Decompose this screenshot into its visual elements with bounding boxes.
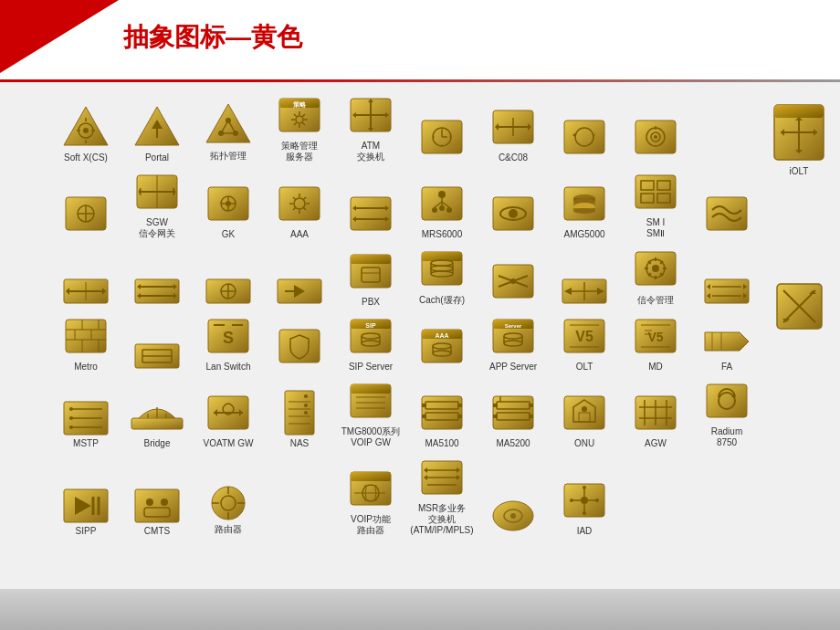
sip-server-icon: SIP <box>347 312 394 360</box>
bottom-strip <box>0 589 840 630</box>
icon-iolt: iOLT <box>772 100 826 176</box>
lan-switch-label: Lan Switch <box>206 362 251 372</box>
page-title: 抽象图标—黄色 <box>123 20 302 55</box>
ling-mgmt-icon <box>632 245 679 292</box>
arrows-circle-icon <box>561 113 608 161</box>
svg-rect-168 <box>66 320 106 352</box>
svg-point-306 <box>510 513 516 519</box>
mstp-icon <box>62 400 110 436</box>
icon-soft-x-cs: Soft X(CS) <box>50 103 121 163</box>
svg-rect-229 <box>131 418 183 429</box>
svg-point-316 <box>595 499 599 502</box>
svg-point-228 <box>69 425 73 429</box>
icon-empty-clock <box>406 113 478 163</box>
flat-tablet-icon <box>703 278 751 305</box>
tmg8000-icon <box>347 377 394 425</box>
svg-text:AAA: AAA <box>435 332 448 339</box>
svg-rect-255 <box>457 404 462 407</box>
aaa-label: AAA <box>290 229 309 239</box>
svg-marker-0 <box>64 107 108 145</box>
iad-icon <box>561 477 608 524</box>
svg-rect-318 <box>774 105 824 118</box>
sm-label: SM ISMⅡ <box>646 217 666 239</box>
sgw-label: SGW信令网关 <box>139 217 175 239</box>
icon-flat-small-arrow <box>264 278 335 307</box>
lan-switch-icon: S <box>205 312 252 360</box>
agw-icon <box>632 389 679 436</box>
svg-rect-133 <box>351 255 391 264</box>
icon-voip-router: VOIP功能路由器 <box>335 465 406 536</box>
candc08-icon <box>489 103 537 151</box>
msr-icon <box>418 454 466 501</box>
icon-empty-arrows3 <box>335 190 406 239</box>
icon-mrs6000: MRS6000 <box>406 180 478 239</box>
voatm-gw-icon <box>205 389 252 436</box>
icon-pbx: PBX <box>335 247 406 307</box>
svg-point-55 <box>654 135 657 139</box>
svg-marker-219 <box>705 332 749 351</box>
metro-icon <box>62 312 110 360</box>
svg-point-243 <box>304 404 308 407</box>
icon-policy: 策略 策略管理服务器 <box>264 91 335 163</box>
svg-rect-254 <box>422 415 426 418</box>
olt-icon: V5 <box>561 312 608 360</box>
sip-server-label: SIP Server <box>349 362 393 372</box>
svg-rect-262 <box>529 404 533 407</box>
agw-label: AGW <box>645 438 667 448</box>
msr-label: MSR多业务交换机(ATM/IP/MPLS) <box>410 503 473 536</box>
svg-rect-263 <box>529 415 533 418</box>
icon-cache: Cach(缓存) <box>406 245 478 307</box>
nas-label: NAS <box>290 438 310 448</box>
policy-icon: 策略 <box>276 91 323 139</box>
icon-fa: FA <box>691 323 762 372</box>
flat-arrows-icon <box>62 278 110 305</box>
radium8750-icon <box>703 377 751 425</box>
row-1: Soft X(CS) Portal 拓扑 <box>50 91 799 163</box>
svg-point-226 <box>69 407 73 411</box>
mstp-label: MSTP <box>73 438 99 448</box>
svg-rect-118 <box>135 279 179 303</box>
svg-point-89 <box>438 191 446 198</box>
mrs6000-label: MRS6000 <box>422 229 462 239</box>
icon-router: 路由器 <box>193 485 264 536</box>
soft-x-cs-icon <box>62 103 110 151</box>
voip-router-label: VOIP功能路由器 <box>351 514 391 536</box>
row-2: SGW信令网关 GK <box>50 168 799 239</box>
icon-nas: NAS <box>264 389 335 448</box>
iad-label: IAD <box>577 526 593 536</box>
pill-icon <box>489 190 537 237</box>
icon-amg5000: AMG5000 <box>549 180 620 239</box>
app-server-icon: Server <box>489 312 537 360</box>
icon-flat-circle <box>193 278 264 307</box>
icon-flat-split <box>549 278 620 307</box>
icon-hands <box>691 190 762 239</box>
icon-iad: IAD <box>549 477 620 536</box>
iolt-icon <box>772 100 826 164</box>
svg-point-227 <box>69 416 73 420</box>
svg-point-70 <box>226 201 231 206</box>
svg-text:SIP: SIP <box>365 322 376 329</box>
svg-rect-256 <box>457 415 462 418</box>
gk-icon <box>205 180 252 227</box>
icon-metro: Metro <box>50 312 121 372</box>
hands-icon <box>703 190 751 237</box>
fa-label: FA <box>721 362 732 372</box>
icon-flat-box <box>121 342 193 372</box>
icon-bridge: Bridge <box>121 391 193 448</box>
svg-rect-161 <box>705 279 749 303</box>
row-6: SIPP CMTS 路 <box>50 454 799 536</box>
icon-sipp: SIPP <box>50 488 121 536</box>
icon-candc08: C&C08 <box>478 103 549 163</box>
svg-rect-237 <box>285 391 314 435</box>
svg-point-106 <box>573 208 595 214</box>
flat-small-arrow-icon <box>276 278 323 305</box>
row-3: PBX Cach(缓存) <box>50 245 799 307</box>
app-server-label: APP Server <box>489 362 537 372</box>
voatm-gw-label: VOATM GW <box>204 438 254 448</box>
svg-point-268 <box>582 406 587 412</box>
svg-point-152 <box>652 265 659 272</box>
topo-icon <box>205 100 252 148</box>
icon-sm: SM ISMⅡ <box>620 168 691 239</box>
onu-label: ONU <box>574 438 594 448</box>
pbx-icon <box>347 247 394 295</box>
